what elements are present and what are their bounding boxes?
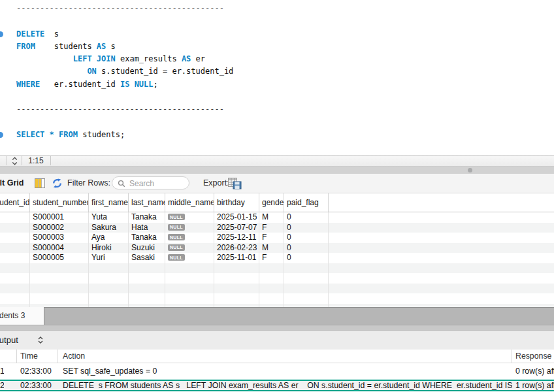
grid-cell[interactable]: S000001: [30, 212, 89, 223]
grid-cell[interactable]: [0, 212, 30, 223]
grid-cell[interactable]: [0, 273, 30, 284]
grid-cell[interactable]: Sasaki: [129, 253, 165, 263]
grid-cell[interactable]: NULL: [165, 212, 214, 223]
sql-editor[interactable]: ----------------------------------------…: [0, 0, 554, 155]
grid-cell[interactable]: [89, 273, 129, 284]
grid-cell[interactable]: [0, 293, 30, 304]
column-header-birthday[interactable]: birthday: [214, 193, 259, 212]
refresh-icon[interactable]: [52, 178, 63, 191]
grid-cell[interactable]: [89, 293, 129, 304]
grid-cell[interactable]: [0, 253, 30, 263]
search-input[interactable]: [128, 178, 188, 189]
grid-cell[interactable]: Aya: [89, 233, 129, 243]
result-tab-students-3[interactable]: students 3: [0, 307, 44, 325]
grid-cell[interactable]: Hata: [129, 223, 165, 233]
grid-cell[interactable]: [30, 293, 89, 304]
grid-cell[interactable]: Tanaka: [129, 233, 165, 243]
column-header-middle-name[interactable]: middle_name: [165, 193, 214, 212]
grid-cell[interactable]: Suzuki: [129, 243, 165, 253]
column-header-last-name[interactable]: last_name: [129, 193, 165, 212]
grid-cell[interactable]: Yuri: [89, 253, 129, 263]
grid-cell[interactable]: Tanaka: [129, 212, 165, 223]
table-row-empty[interactable]: [0, 284, 554, 294]
grid-cell[interactable]: 0: [284, 253, 329, 263]
table-row-empty[interactable]: [0, 273, 554, 284]
grid-cell[interactable]: [214, 293, 259, 304]
grid-cell[interactable]: S000005: [30, 253, 89, 263]
grid-cell[interactable]: [165, 273, 214, 284]
column-header-student-number[interactable]: student_number: [30, 193, 89, 212]
log-column-action[interactable]: Action: [57, 350, 512, 363]
grid-cell[interactable]: [0, 223, 30, 233]
export-icon[interactable]: [228, 178, 242, 192]
grid-cell[interactable]: [89, 284, 129, 294]
search-field[interactable]: [112, 176, 189, 189]
grid-cell[interactable]: 2026-02-23: [214, 243, 259, 253]
grid-cell[interactable]: [165, 284, 214, 294]
grid-cell[interactable]: [214, 263, 259, 274]
grid-cell[interactable]: F: [259, 233, 284, 243]
grid-cell[interactable]: [284, 293, 329, 304]
log-entry[interactable]: 102:33:00SET sql_safe_updates = 00 row(s…: [0, 363, 554, 380]
column-header-gender[interactable]: gender: [259, 193, 284, 212]
grid-cell[interactable]: 2025-01-15: [214, 212, 259, 223]
column-header-paid-flag[interactable]: paid_flag: [284, 193, 329, 212]
grid-cell[interactable]: [214, 273, 259, 284]
grid-cell[interactable]: [259, 273, 284, 284]
grid-cell[interactable]: [0, 233, 30, 243]
grid-cell[interactable]: [165, 293, 214, 304]
table-row[interactable]: S000005YuriSasakiNULL2025-11-01F0: [0, 253, 554, 263]
grid-cell[interactable]: 0: [284, 223, 329, 233]
grid-cell[interactable]: [129, 273, 165, 284]
grid-cell[interactable]: NULL: [165, 253, 214, 263]
grid-cell[interactable]: 2025-12-11: [214, 233, 259, 243]
grid-cell[interactable]: [214, 284, 259, 294]
output-selector-dropdown[interactable]: Action Output: [0, 334, 43, 346]
grid-cell[interactable]: [0, 284, 30, 294]
stepper-icon[interactable]: [10, 157, 19, 165]
grid-cell[interactable]: M: [259, 243, 284, 253]
grid-cell[interactable]: S000004: [30, 243, 89, 253]
grid-cell[interactable]: 0: [284, 243, 329, 253]
grid-cell[interactable]: [259, 263, 284, 274]
table-row-empty[interactable]: [0, 263, 554, 274]
grid-cell[interactable]: [0, 263, 30, 274]
horizontal-scrollbar[interactable]: [0, 167, 554, 174]
grid-cell[interactable]: Hiroki: [89, 243, 129, 253]
table-row[interactable]: S000001YutaTanakaNULL2025-01-15M0: [0, 212, 554, 223]
grid-cell[interactable]: [129, 263, 165, 274]
scrollbar-handle[interactable]: [468, 168, 472, 172]
grid-cell[interactable]: [30, 284, 89, 294]
log-column-response[interactable]: Response: [512, 350, 554, 363]
grid-cell[interactable]: 2025-07-07: [214, 223, 259, 233]
grid-cell[interactable]: [284, 284, 329, 294]
grid-cell[interactable]: [30, 263, 89, 274]
grid-cell[interactable]: NULL: [165, 233, 214, 243]
grid-cell[interactable]: Yuta: [89, 212, 129, 223]
grid-view-icon[interactable]: [35, 178, 45, 188]
grid-cell[interactable]: Sakura: [89, 223, 129, 233]
grid-cell[interactable]: S000002: [30, 223, 89, 233]
grid-cell[interactable]: 0: [284, 212, 329, 223]
column-header-student-id[interactable]: student_id: [0, 193, 30, 212]
grid-cell[interactable]: [129, 284, 165, 294]
grid-cell[interactable]: 0: [284, 233, 329, 243]
grid-cell[interactable]: [284, 263, 329, 274]
grid-cell[interactable]: S000003: [30, 233, 89, 243]
grid-cell[interactable]: F: [259, 253, 284, 263]
table-row[interactable]: S000003AyaTanakaNULL2025-12-11F0: [0, 233, 554, 243]
log-column-time[interactable]: Time: [17, 350, 57, 363]
grid-cell[interactable]: M: [259, 212, 284, 223]
table-row[interactable]: S000004HirokiSuzukiNULL2026-02-23M0: [0, 243, 554, 253]
column-header-first-name[interactable]: first_name: [89, 193, 129, 212]
log-entry[interactable]: 202:33:00DELETE s FROM students AS s LEF…: [0, 381, 554, 390]
grid-cell[interactable]: [165, 263, 214, 274]
grid-cell[interactable]: F: [259, 223, 284, 233]
grid-cell[interactable]: [89, 263, 129, 274]
table-row[interactable]: S000002SakuraHataNULL2025-07-07F0: [0, 223, 554, 233]
grid-cell[interactable]: [259, 284, 284, 294]
grid-cell[interactable]: [0, 243, 30, 253]
panel-splitter[interactable]: [0, 325, 554, 331]
grid-cell[interactable]: NULL: [165, 223, 214, 233]
grid-cell[interactable]: NULL: [165, 243, 214, 253]
